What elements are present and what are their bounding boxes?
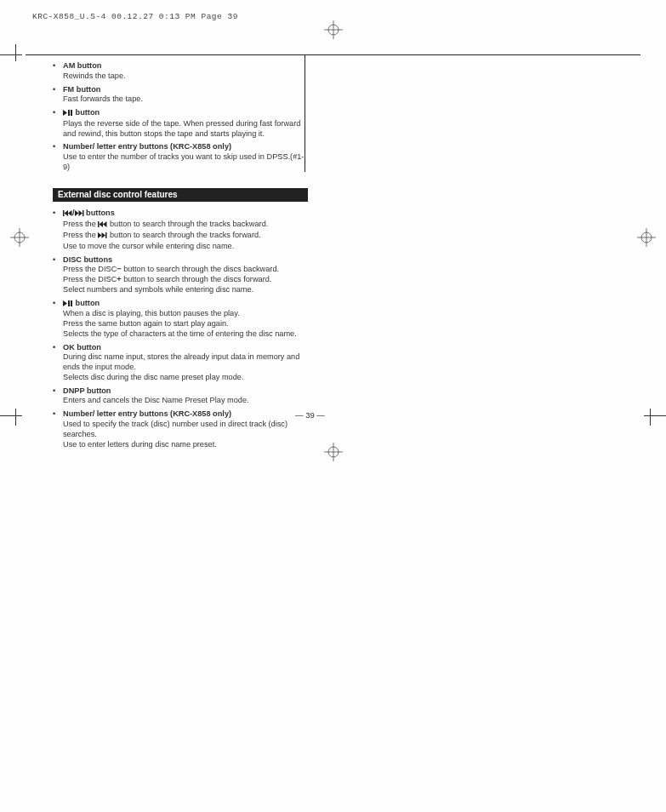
crop-mark-icon <box>644 415 666 416</box>
svg-rect-14 <box>71 110 72 116</box>
item-line: Press the button to search through the t… <box>63 220 308 231</box>
item-line: Enters and cancels the Disc Name Preset … <box>63 396 308 406</box>
svg-rect-15 <box>63 210 65 216</box>
svg-marker-19 <box>78 210 83 216</box>
top-rule <box>26 54 640 55</box>
item-line: Used to specify the track (disc) number … <box>63 420 308 440</box>
section-heading: External disc control features <box>53 188 308 203</box>
item-title: DISC buttons <box>63 255 112 264</box>
list-item: Number/ letter entry buttons (KRC-X858 o… <box>53 142 308 172</box>
item-title: Number/ letter entry buttons (KRC-X858 o… <box>63 142 231 151</box>
item-title: / buttons <box>63 209 115 217</box>
item-desc: Plays the reverse side of the tape. When… <box>63 119 308 140</box>
list-item: button Plays the reverse side of the tap… <box>53 108 308 139</box>
crop-mark-icon <box>650 409 651 426</box>
item-line: Press the DISC+ button to search through… <box>63 275 308 285</box>
item-desc: Rewinds the tape. <box>63 71 308 82</box>
item-line: During disc name input, stores the alrea… <box>63 352 308 373</box>
svg-marker-16 <box>65 210 69 216</box>
item-line: Selects the type of characters at the ti… <box>63 329 308 340</box>
play-pause-icon <box>63 109 73 119</box>
crop-mark-icon <box>15 409 16 426</box>
item-title: Number/ letter entry buttons (KRC-X858 o… <box>63 409 231 418</box>
svg-marker-22 <box>100 221 104 227</box>
item-title: FM button <box>63 85 100 94</box>
svg-marker-17 <box>68 210 72 216</box>
item-line: Use to move the cursor while entering di… <box>63 242 308 252</box>
item-line: Press the DISC− button to search through… <box>63 265 308 275</box>
registration-mark-bottom-icon <box>324 443 343 461</box>
list-item: OK button During disc name input, stores… <box>53 343 308 383</box>
item-line: Selects disc during the disc name preset… <box>63 373 308 383</box>
skip-forward-icon <box>98 232 107 242</box>
item-title: button <box>63 299 100 307</box>
list-item: FM button Fast forwards the tape. <box>53 85 308 106</box>
skip-forward-icon <box>75 209 84 220</box>
svg-marker-27 <box>63 300 67 306</box>
registration-mark-left-icon <box>10 228 29 247</box>
disc-controls-list: / buttons Press the button to search thr… <box>53 209 308 449</box>
item-desc: Fast forwards the tape. <box>63 94 308 105</box>
crop-mark-icon <box>15 44 16 61</box>
item-title: OK button <box>63 343 101 352</box>
crop-mark-icon <box>0 415 22 416</box>
item-line: Use to enter letters during disc name pr… <box>63 440 308 450</box>
registration-mark-top-icon <box>324 20 343 39</box>
registration-mark-right-icon <box>637 228 656 247</box>
list-item: button When a disc is playing, this butt… <box>53 299 308 340</box>
list-item: / buttons Press the button to search thr… <box>53 209 308 251</box>
play-pause-icon <box>63 300 73 310</box>
svg-rect-21 <box>98 221 100 227</box>
svg-marker-12 <box>63 110 67 116</box>
item-desc: Use to enter the number of tracks you wa… <box>63 152 308 173</box>
tape-controls-list: AM button Rewinds the tape. FM button Fa… <box>53 61 308 173</box>
content-column: AM button Rewinds the tape. FM button Fa… <box>53 61 308 455</box>
list-item: DISC buttons Press the DISC− button to s… <box>53 255 308 295</box>
list-item: DNPP button Enters and cancels the Disc … <box>53 386 308 407</box>
item-line: Press the button to search through the t… <box>63 231 308 242</box>
skip-back-icon <box>63 209 72 220</box>
item-title: AM button <box>63 61 101 70</box>
svg-marker-24 <box>98 232 102 238</box>
item-title: button <box>63 108 100 117</box>
print-header: KRC-X858_U.S-4 00.12.27 0:13 PM Page 39 <box>32 12 238 21</box>
item-line: Select numbers and symbols while enterin… <box>63 285 308 295</box>
list-item: Number/ letter entry buttons (KRC-X858 o… <box>53 409 308 449</box>
crop-mark-icon <box>0 54 22 57</box>
item-title: DNPP button <box>63 386 111 395</box>
svg-rect-28 <box>68 300 70 306</box>
svg-rect-13 <box>68 110 70 116</box>
svg-marker-18 <box>75 210 79 216</box>
item-line: When a disc is playing, this button paus… <box>63 309 308 319</box>
item-line: Press the same button again to start pla… <box>63 319 308 329</box>
list-item: AM button Rewinds the tape. <box>53 61 308 82</box>
skip-back-icon <box>98 220 107 231</box>
svg-marker-25 <box>102 232 106 238</box>
page-number: 39 <box>295 410 325 420</box>
svg-rect-29 <box>71 300 72 306</box>
